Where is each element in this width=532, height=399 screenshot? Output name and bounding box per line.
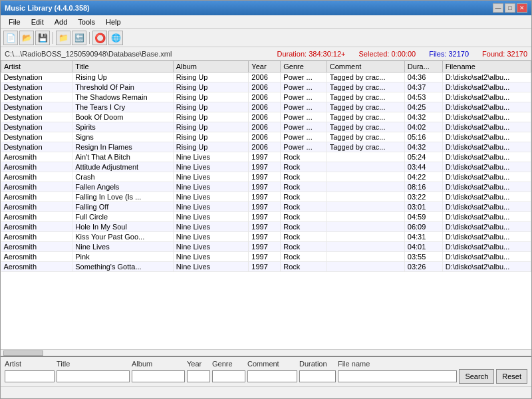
back-button[interactable]: 🔙 — [72, 31, 86, 45]
table-row[interactable]: DestynationRising UpRising Up2006Power .… — [1, 72, 531, 82]
table-row[interactable]: DestynationThreshold Of PainRising Up200… — [1, 82, 531, 92]
table-cell: Rock — [281, 252, 327, 262]
table-cell: Rock — [281, 182, 327, 192]
save-icon: 💾 — [38, 33, 48, 43]
table-cell: Rock — [281, 202, 327, 212]
table-cell: 03:22 — [404, 192, 442, 202]
table-row[interactable]: AerosmithFallen AngelsNine Lives1997Rock… — [1, 182, 531, 192]
horizontal-scrollbar[interactable] — [1, 349, 531, 356]
table-row[interactable]: DestynationThe Tears I CryRising Up2006P… — [1, 102, 531, 112]
close-button[interactable]: ✕ — [517, 3, 527, 13]
table-row[interactable]: DestynationBook Of DoomRising Up2006Powe… — [1, 112, 531, 122]
files-stat: Files: 32170 — [429, 50, 469, 58]
table-header-row: Artist Title Album Year Genre Comment Du… — [1, 61, 531, 72]
table-row[interactable]: AerosmithNine LivesNine Lives1997Rock04:… — [1, 242, 531, 252]
table-cell: Hole In My Soul — [72, 222, 173, 232]
table-row[interactable]: DestynationSignsRising Up2006Power ...Ta… — [1, 132, 531, 142]
table-row[interactable]: AerosmithPinkNine Lives1997Rock03:55D:\d… — [1, 252, 531, 262]
table-cell: 1997 — [249, 222, 281, 232]
table-cell: 1997 — [249, 202, 281, 212]
menu-file[interactable]: File — [3, 17, 26, 27]
duration-label: Duration: — [277, 50, 307, 58]
table-row[interactable]: AerosmithAttitude AdjustmentNine Lives19… — [1, 162, 531, 172]
table-cell: Aerosmith — [1, 232, 72, 242]
save-button[interactable]: 💾 — [35, 31, 50, 45]
table-cell: 04:32 — [404, 142, 442, 152]
table-cell: 1997 — [249, 152, 281, 162]
table-row[interactable]: AerosmithSomething's Gotta...Nine Lives1… — [1, 262, 531, 272]
table-row[interactable]: DestynationResign In FlamesRising Up2006… — [1, 142, 531, 152]
table-wrapper[interactable]: Artist Title Album Year Genre Comment Du… — [1, 61, 531, 349]
table-body: DestynationRising UpRising Up2006Power .… — [1, 72, 531, 272]
table-row[interactable]: AerosmithFalling OffNine Lives1997Rock03… — [1, 202, 531, 212]
search-input-comment[interactable] — [247, 370, 297, 382]
table-cell: 04:22 — [404, 172, 442, 182]
files-label: Files: — [429, 50, 446, 58]
table-row[interactable]: AerosmithKiss Your Past Goo...Nine Lives… — [1, 232, 531, 242]
table-cell: 2006 — [249, 142, 281, 152]
separator-1 — [53, 32, 53, 44]
table-cell: Fallen Angels — [72, 182, 173, 192]
table-cell: Rising Up — [173, 102, 249, 112]
table-cell: 03:44 — [404, 162, 442, 172]
table-row[interactable]: AerosmithCrashNine Lives1997Rock04:22D:\… — [1, 172, 531, 182]
col-header-genre[interactable]: Genre — [281, 61, 327, 72]
selected-stat: Selected: 0:00:00 — [359, 50, 416, 58]
scrollbar-thumb[interactable] — [3, 350, 43, 356]
table-cell: Power ... — [281, 92, 327, 102]
menu-help[interactable]: Help — [100, 17, 126, 27]
maximize-button[interactable]: □ — [505, 3, 515, 13]
reset-button[interactable]: Reset — [496, 369, 527, 384]
search-input-genre[interactable] — [212, 370, 245, 382]
minimize-button[interactable]: — — [493, 3, 503, 13]
table-cell: 2006 — [249, 112, 281, 122]
search-input-year[interactable] — [187, 370, 210, 382]
search-input-duration[interactable] — [299, 370, 336, 382]
menu-edit[interactable]: Edit — [26, 17, 49, 27]
table-cell: Rock — [281, 222, 327, 232]
table-row[interactable]: DestynationSpiritsRising Up2006Power ...… — [1, 122, 531, 132]
table-cell: 1997 — [249, 212, 281, 222]
table-cell: Tagged by crac... — [327, 112, 404, 122]
col-header-title[interactable]: Title — [72, 61, 173, 72]
table-cell: D:\disko\sat2\albu... — [442, 262, 531, 272]
table-row[interactable]: AerosmithHole In My SoulNine Lives1997Ro… — [1, 222, 531, 232]
table-cell — [327, 252, 404, 262]
table-row[interactable]: AerosmithFull CircleNine Lives1997Rock04… — [1, 212, 531, 222]
table-cell: Falling In Love (Is ... — [72, 192, 173, 202]
col-header-duration[interactable]: Dura... — [404, 61, 442, 72]
col-header-year[interactable]: Year — [249, 61, 281, 72]
table-row[interactable]: AerosmithAin't That A BitchNine Lives199… — [1, 152, 531, 162]
search-label-album: Album — [132, 360, 185, 368]
col-header-artist[interactable]: Artist — [1, 61, 72, 72]
search-input-filename[interactable] — [338, 370, 457, 382]
col-header-album[interactable]: Album — [173, 61, 249, 72]
table-cell: 04:02 — [404, 122, 442, 132]
table-cell: 2006 — [249, 122, 281, 132]
search-input-artist[interactable] — [5, 370, 55, 382]
search-button[interactable]: Search — [459, 369, 494, 384]
search-label-year: Year — [187, 360, 210, 368]
menu-tools[interactable]: Tools — [72, 17, 100, 27]
title-bar: Music Library (4.4.0.358) — □ ✕ — [1, 1, 531, 15]
table-cell: Power ... — [281, 72, 327, 82]
folder-icon: 📁 — [59, 33, 68, 43]
folder-button[interactable]: 📁 — [56, 31, 70, 45]
table-cell: Full Circle — [72, 212, 173, 222]
col-header-filename[interactable]: Filename — [442, 61, 531, 72]
search-input-album[interactable] — [132, 370, 185, 382]
table-cell: Tagged by crac... — [327, 142, 404, 152]
table-cell: Aerosmith — [1, 182, 72, 192]
search-input-title[interactable] — [57, 370, 130, 382]
refresh-button[interactable]: ⭕ — [92, 31, 107, 45]
table-row[interactable]: AerosmithFalling In Love (Is ...Nine Liv… — [1, 192, 531, 202]
web-button[interactable]: 🌐 — [108, 31, 123, 45]
open-button[interactable]: 📂 — [19, 31, 34, 45]
table-row[interactable]: DestynationThe Shadows RemainRising Up20… — [1, 92, 531, 102]
table-cell: Nine Lives — [173, 262, 249, 272]
menu-add[interactable]: Add — [49, 17, 73, 27]
table-cell: Threshold Of Pain — [72, 82, 173, 92]
new-button[interactable]: 📄 — [3, 31, 18, 45]
col-header-comment[interactable]: Comment — [327, 61, 404, 72]
selected-label: Selected: — [359, 50, 390, 58]
